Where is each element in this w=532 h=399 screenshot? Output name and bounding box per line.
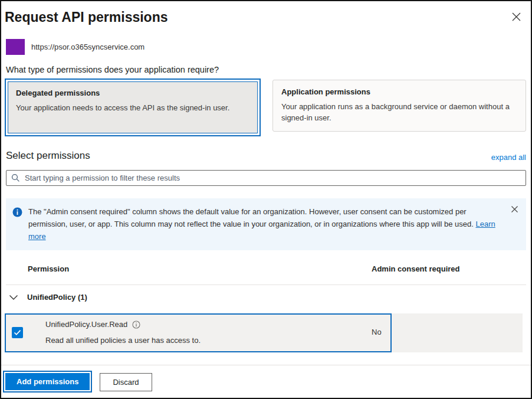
permission-description: Read all unified policies a user has acc…: [45, 336, 201, 345]
application-permissions-card[interactable]: Application permissions Your application…: [272, 80, 526, 132]
permission-checkbox[interactable]: [12, 327, 23, 338]
discard-button[interactable]: Discard: [100, 373, 152, 391]
close-icon[interactable]: [511, 12, 521, 22]
permission-name: UnifiedPolicy.User.Read: [45, 320, 127, 329]
permission-type-question: What type of permissions does your appli…: [6, 65, 526, 74]
info-banner-text: The "Admin consent required" column show…: [28, 206, 503, 243]
permission-group-unifiedpolicy[interactable]: UnifiedPolicy (1): [6, 293, 526, 302]
banner-close-icon[interactable]: [511, 205, 518, 213]
delegated-permissions-description: Your application needs to access the API…: [16, 103, 249, 114]
select-permissions-heading: Select permissions: [6, 150, 90, 162]
row-focus-border: [5, 313, 392, 352]
column-admin-consent: Admin consent required: [372, 264, 460, 273]
application-permissions-description: Your application runs as a background se…: [281, 102, 517, 124]
column-permission: Permission: [28, 264, 69, 273]
expand-all-link[interactable]: expand all: [491, 153, 526, 162]
permission-group-label: UnifiedPolicy (1): [27, 293, 87, 302]
add-permissions-button[interactable]: Add permissions: [5, 373, 90, 390]
chevron-down-icon: [9, 295, 18, 300]
search-input[interactable]: [6, 170, 526, 186]
permissions-table-header: Permission Admin consent required: [6, 263, 526, 285]
search-icon: [11, 174, 20, 182]
api-identity: https://psor.o365syncservice.com: [6, 39, 526, 55]
footer-bar: Add permissions Discard: [1, 365, 531, 398]
app-logo-icon: [6, 39, 25, 55]
application-permissions-title: Application permissions: [281, 87, 517, 96]
info-icon: [12, 207, 22, 217]
info-banner: The "Admin consent required" column show…: [6, 198, 526, 250]
delegated-permissions-card[interactable]: Delegated permissions Your application n…: [5, 79, 261, 136]
api-url: https://psor.o365syncservice.com: [31, 42, 145, 51]
page-title: Request API permissions: [1, 1, 531, 25]
permission-info-icon[interactable]: [132, 320, 140, 329]
add-permissions-focus-ring: Add permissions: [3, 371, 92, 393]
delegated-permissions-title: Delegated permissions: [16, 89, 249, 97]
permission-type-cards: Delegated permissions Your application n…: [5, 79, 526, 136]
request-api-permissions-dialog: { "dialog": { "title": "Request API perm…: [0, 0, 532, 399]
table-row[interactable]: UnifiedPolicy.User.Read Read all unified…: [5, 313, 523, 352]
admin-consent-value: No: [372, 328, 382, 336]
